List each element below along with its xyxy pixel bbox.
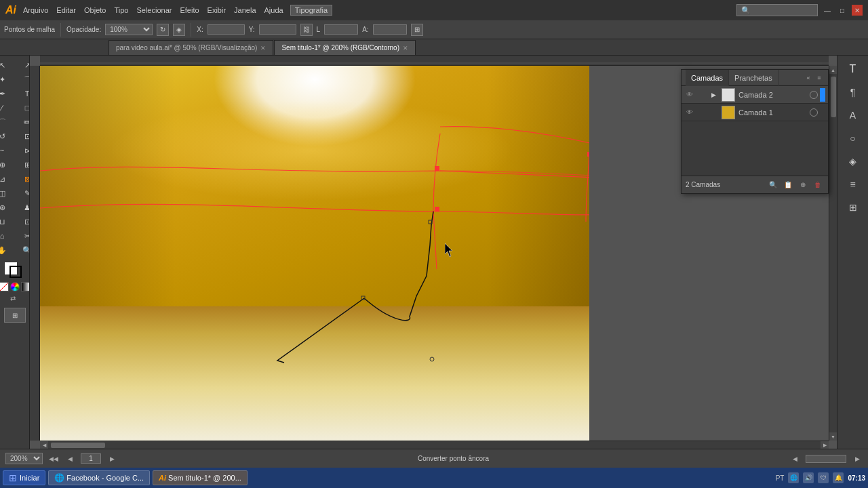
- taskbar-illustrator[interactable]: Ai Sem titulo-1* @ 200...: [153, 470, 248, 485]
- tab-0[interactable]: para video aula.ai* @ 50% (RGB/Visualiza…: [108, 40, 273, 55]
- h-scrollbar[interactable]: ◀ ▶: [40, 441, 829, 449]
- layer-lock-2[interactable]: [697, 90, 707, 100]
- menu-arquivo[interactable]: Arquivo: [23, 6, 48, 14]
- tool-slice[interactable]: ⊡: [15, 215, 30, 228]
- tool-width[interactable]: ⊳: [15, 144, 30, 157]
- color-icon[interactable]: [10, 282, 20, 291]
- tray-network-icon[interactable]: 🌐: [788, 472, 799, 483]
- move-layer-button[interactable]: ⊕: [797, 179, 809, 191]
- layer-select-2[interactable]: [820, 88, 825, 102]
- menu-janela[interactable]: Janela: [234, 6, 256, 14]
- layer-target-1[interactable]: [810, 108, 818, 117]
- tool-mesh[interactable]: ⊠: [15, 172, 30, 186]
- tab-1[interactable]: Sem titulo-1* @ 200% (RGB/Contorno) ✕: [274, 40, 416, 55]
- menu-selecionar[interactable]: Selecionar: [136, 6, 172, 14]
- tool-type[interactable]: T: [15, 87, 30, 100]
- layer-expand-2[interactable]: ▶: [709, 90, 718, 100]
- page-input[interactable]: [81, 453, 101, 464]
- tool-lasso[interactable]: ⌒: [15, 73, 30, 86]
- panel-btn-color[interactable]: ○: [842, 127, 864, 149]
- panel-btn-char[interactable]: T: [842, 58, 864, 80]
- v-scrollbar[interactable]: ▲ ▼: [829, 66, 837, 441]
- tool-perspective[interactable]: ⊿: [0, 172, 14, 186]
- tool-scale[interactable]: ⊡: [15, 129, 30, 143]
- panel-btn-opentype[interactable]: A: [842, 104, 864, 126]
- menu-exibir[interactable]: Exibir: [208, 6, 226, 14]
- tool-paintbrush[interactable]: ⌒: [0, 115, 14, 129]
- tab-pranchetas[interactable]: Pranchetas: [729, 70, 778, 86]
- menu-efeito[interactable]: Efeito: [180, 6, 199, 14]
- y-input[interactable]: 341 px: [259, 24, 296, 35]
- tool-rect[interactable]: □: [15, 101, 30, 115]
- tool-column[interactable]: ⊔: [0, 215, 14, 228]
- close-button[interactable]: ✕: [852, 5, 863, 16]
- layer-expand-1[interactable]: [709, 108, 718, 117]
- opacity-select[interactable]: 100%: [105, 24, 153, 35]
- panel-btn-layers[interactable]: ≡: [842, 174, 864, 195]
- taskbar-firefox[interactable]: 🌐 Facebook - Google C...: [48, 470, 150, 485]
- panel-menu-button[interactable]: ≡: [814, 73, 824, 83]
- minimize-button[interactable]: —: [822, 5, 833, 16]
- stroke-color[interactable]: [9, 266, 22, 278]
- tool-pencil[interactable]: ✏: [15, 115, 30, 129]
- layer-item-1[interactable]: 👁 Camada 1: [682, 104, 828, 121]
- tool-eyedropper[interactable]: ✎: [15, 186, 30, 200]
- scroll-right-button[interactable]: ▶: [821, 441, 829, 449]
- nav-back-button[interactable]: ◀: [64, 453, 75, 464]
- tool-line[interactable]: ⁄: [0, 101, 14, 115]
- link-icon[interactable]: ⛓: [300, 24, 313, 36]
- tool-select[interactable]: ↖: [0, 58, 14, 72]
- maximize-button[interactable]: □: [837, 5, 848, 16]
- layer-eye-1[interactable]: 👁: [684, 107, 695, 118]
- panel-btn-para[interactable]: ¶: [842, 81, 864, 103]
- panel-btn-swatches[interactable]: ◈: [842, 150, 864, 172]
- panel-btn-artboards[interactable]: ⊞: [842, 197, 864, 218]
- tool-blend[interactable]: ⊛: [0, 201, 14, 214]
- layer-select-1[interactable]: [820, 106, 825, 119]
- tab-close-1[interactable]: ✕: [403, 45, 408, 52]
- search-layer-button[interactable]: 🔍: [767, 179, 779, 191]
- tool-magic-wand[interactable]: ✦: [0, 73, 14, 86]
- typography-dropdown[interactable]: Tipografia: [290, 5, 333, 16]
- tool-shape-builder[interactable]: ⊕: [0, 158, 14, 171]
- menu-editar[interactable]: Editar: [56, 6, 76, 14]
- delete-layer-button[interactable]: 🗑: [812, 179, 824, 191]
- tool-hand[interactable]: ✋: [0, 243, 14, 257]
- x-input[interactable]: 453 px: [208, 24, 245, 35]
- nav-arrow-left[interactable]: ◀: [789, 453, 800, 464]
- tray-shield-icon[interactable]: 🛡: [818, 472, 829, 483]
- layer-target-2[interactable]: [810, 91, 818, 99]
- search-input[interactable]: [736, 4, 818, 16]
- tab-camadas[interactable]: Camadas: [686, 70, 729, 86]
- canvas-document[interactable]: [40, 66, 589, 442]
- h-scroll-thumb[interactable]: [51, 443, 105, 448]
- zoom-select[interactable]: 200%: [5, 453, 43, 464]
- start-button[interactable]: ⊞ Iniciar: [3, 470, 45, 485]
- layer-eye-2[interactable]: 👁: [684, 89, 695, 100]
- tool-gradient[interactable]: ◫: [0, 186, 14, 200]
- tool-rotate[interactable]: ↺: [0, 129, 14, 143]
- refresh-icon[interactable]: ↻: [157, 24, 169, 36]
- layer-item-2[interactable]: 👁 ▶ Camada 2: [682, 86, 828, 104]
- scroll-down-button[interactable]: ▼: [829, 432, 837, 441]
- tray-volume-icon[interactable]: 🔊: [803, 472, 814, 483]
- nav-arrow-right[interactable]: ▶: [852, 453, 863, 464]
- artboard-icon[interactable]: ⊞: [4, 308, 26, 323]
- h-input[interactable]: 0 px: [373, 24, 407, 35]
- menu-tipo[interactable]: Tipo: [114, 6, 128, 14]
- tool-eraser[interactable]: ⌂: [0, 229, 14, 243]
- tool-zoom[interactable]: 🔍: [15, 243, 30, 257]
- gradient-icon[interactable]: [21, 282, 31, 291]
- tray-notification-icon[interactable]: 🔔: [833, 472, 844, 483]
- tool-direct-select[interactable]: ↗: [15, 58, 30, 72]
- w-input[interactable]: 0 px: [324, 24, 358, 35]
- layer-lock-1[interactable]: [697, 108, 707, 117]
- nav-prev-button[interactable]: ◀◀: [48, 453, 59, 464]
- no-color[interactable]: [0, 282, 9, 291]
- mode-icon[interactable]: ◈: [173, 24, 185, 36]
- tool-pen[interactable]: ✒: [0, 87, 14, 100]
- swap-colors-icon[interactable]: ⇄: [10, 295, 20, 304]
- nav-forward-button[interactable]: ▶: [106, 453, 117, 464]
- menu-ajuda[interactable]: Ajuda: [264, 6, 283, 14]
- v-scroll-thumb[interactable]: [831, 77, 836, 117]
